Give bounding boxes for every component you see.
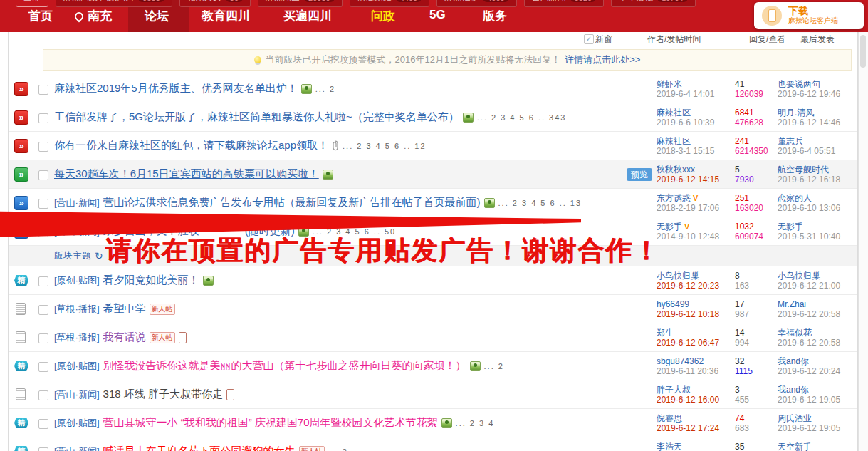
thread-checkbox[interactable] <box>38 390 48 400</box>
thread-category-tag[interactable]: [原创·贴图] <box>54 360 100 373</box>
scrollbar[interactable] <box>858 32 868 451</box>
download-app-card[interactable]: 下载 麻辣论坛客户端 <box>754 2 864 29</box>
thread-title-link[interactable]: 营山论坛供求信息免费广告发布专用帖（最新回复及新广告排在帖子首页最前面) <box>103 196 481 209</box>
pagination-links[interactable]: ... 2 3 4 5 6 .. 343 <box>477 113 567 122</box>
thread-checkbox[interactable] <box>38 199 48 209</box>
refresh-icon[interactable] <box>95 250 103 261</box>
pagination-links[interactable]: ... 2 <box>315 85 335 93</box>
column-header-replies[interactable]: 回复/查看 <box>749 33 785 46</box>
pagination-links[interactable]: ... 2 3 4 <box>456 419 495 427</box>
notice-link[interactable]: 详情请点击此处>> <box>565 53 640 66</box>
reply-count: 35 <box>735 442 744 451</box>
scrollbar-thumb[interactable] <box>860 35 866 68</box>
author-link[interactable]: 李浩天 <box>657 442 682 451</box>
nav-item[interactable]: 教育四川 <box>202 8 250 24</box>
thread-category-tag[interactable]: [原创·贴图] <box>54 274 100 287</box>
thread-title-link[interactable]: 看夕阳竟如此美丽！ <box>103 274 199 287</box>
nav-item[interactable]: 首页 <box>28 8 53 24</box>
category-chip[interactable]: 全部 <box>16 0 48 7</box>
thread-checkbox[interactable] <box>38 170 48 180</box>
thread-title-link[interactable]: 你有一份来自麻辣社区的红包，请下载麻辣论坛app领取！ <box>54 139 328 152</box>
thread-category-tag[interactable]: [草根·播报] <box>54 331 100 344</box>
author-link[interactable]: 倪睿思 <box>657 413 682 423</box>
thread-status-icon: 精 <box>14 275 28 286</box>
thread-checkbox[interactable] <box>38 362 48 372</box>
thread-checkbox[interactable] <box>38 333 48 343</box>
thread-checkbox[interactable] <box>38 142 48 152</box>
last-poster-link[interactable]: 我and你 <box>778 356 809 366</box>
category-chip-label: 麻辣他乡 <box>444 0 479 4</box>
thread-category-tag[interactable]: [营山·新闻] <box>54 197 100 209</box>
category-chip[interactable]: 麻辣他乡 4000 <box>436 0 516 7</box>
thread-checkbox[interactable] <box>38 305 48 315</box>
thread-category-tag[interactable]: [草根·播报] <box>54 303 100 316</box>
last-poster-link[interactable]: 幸福似花 <box>778 328 812 338</box>
last-poster-link[interactable]: 明月.清风 <box>778 108 814 118</box>
thread-category-tag[interactable]: [营山·新闻] <box>54 388 100 401</box>
newbie-badge: 新人帖 <box>150 332 175 343</box>
column-header-lastpost[interactable]: 最后发表 <box>800 33 835 46</box>
nav-item[interactable]: 南充 <box>75 8 112 24</box>
category-chip[interactable]: 单车播报 10704 <box>611 0 696 7</box>
pagination-links[interactable]: ... 2 3 4 5 6 .. 13 <box>498 199 582 207</box>
author-link[interactable]: 胖子大叔 <box>657 385 691 395</box>
thread-checkbox[interactable] <box>38 85 48 95</box>
thread-checkbox[interactable] <box>38 419 48 429</box>
category-chip-label: 单车播报 <box>619 0 653 4</box>
preview-button[interactable]: 预览 <box>627 168 652 181</box>
thread-title-link[interactable]: 别怪我没告诉你这就是美丽的大营山（第十七步曲之盛开向日葵的向家坝！） <box>103 359 466 373</box>
author-link[interactable]: 小鸟快归巢 <box>657 271 699 281</box>
thread-title-link[interactable]: 工信部发牌了，5G论坛开版了，麻辣社区简单粗暴送你大礼啦~（完整中奖名单公布） <box>54 110 459 124</box>
last-poster-link[interactable]: 我and你 <box>778 385 809 395</box>
category-chip[interactable]: 情感家庭 4400 <box>350 0 429 7</box>
last-poster-link[interactable]: 周氏酒业 <box>778 413 812 423</box>
last-poster-link[interactable]: 天空新手 <box>778 442 812 451</box>
thread-title-link[interactable]: 我有话说 <box>103 331 146 344</box>
author-link[interactable]: 鲜虾米 <box>657 79 682 89</box>
author-link[interactable]: 麻辣社区 <box>657 108 691 118</box>
new-window-checkbox[interactable] <box>584 33 594 44</box>
column-header-author[interactable]: 作者/发帖时间 <box>647 33 701 46</box>
thread-title-link[interactable]: 希望中学 <box>103 302 146 316</box>
category-chip[interactable]: 麻辣知图 20050 <box>258 0 343 7</box>
nav-item-label: 5G <box>429 8 446 22</box>
pagination-links[interactable]: ... 2 <box>328 447 348 451</box>
view-count: 163020 <box>735 203 763 213</box>
nav-item[interactable]: 买遍四川 <box>283 8 332 24</box>
category-chip[interactable]: 自由新闻 5520 <box>524 0 604 7</box>
thread-row: 精 工信部发牌了，5G论坛开版了，麻辣社区简单粗暴送你大礼啦~（完整中奖名单公布… <box>9 103 857 132</box>
author-link[interactable]: sbgu874362 <box>657 356 704 366</box>
author-link[interactable]: 郑生 <box>657 328 674 338</box>
last-poster-link[interactable]: 董志兵 <box>778 136 803 146</box>
category-chip[interactable]: 麻辣问政 问政四川 9555 <box>56 0 172 7</box>
thread-checkbox[interactable] <box>38 447 48 451</box>
last-poster-link[interactable]: 无影手 <box>778 222 803 232</box>
nav-item[interactable]: 论坛 <box>145 8 169 24</box>
author-link[interactable]: 麻辣社区 <box>657 136 691 146</box>
author-link[interactable]: 秋秋秋xxx <box>657 165 695 175</box>
pagination-links[interactable]: ... 2 <box>484 362 504 370</box>
thread-title-link[interactable]: 营山县城守一小 “我和我的祖国” 庆祝建国70周年暨校园文化艺术节花絮 <box>103 416 438 430</box>
author-link[interactable]: hy66499 <box>657 299 689 309</box>
thread-checkbox[interactable] <box>38 113 48 123</box>
last-poster-link[interactable]: 也要说两句 <box>778 79 820 89</box>
thread-title-link[interactable]: 318 环线 胖子大叔带你走 <box>103 388 223 401</box>
last-poster-link[interactable]: 航空母舰时代 <box>778 165 829 175</box>
last-poster-link[interactable]: Mr.Zhai <box>778 299 806 309</box>
category-chip[interactable]: 相亲男女 50 <box>179 0 251 7</box>
thread-title-link[interactable]: 麻辣社区2019年5月优秀版主、优秀网友名单出炉！ <box>54 82 298 95</box>
nav-item[interactable]: 版务 <box>483 8 507 24</box>
last-poster-link[interactable]: 恋家的人 <box>778 193 812 203</box>
thread-title-link[interactable]: 每天30趟车次！6月15日宜宾西站的高铁票可以购买啦！ <box>54 167 319 181</box>
last-post-date: 2019-6-12 19:46 <box>778 89 840 99</box>
thread-category-tag[interactable]: [原创·贴图] <box>54 417 100 430</box>
nav-item[interactable]: 5G <box>429 8 446 22</box>
pagination-links[interactable]: ... 2 3 4 5 6 .. 12 <box>343 142 427 150</box>
thread-title-link[interactable]: 喊话早上在天府名苑下面公园遛狗的女生 <box>103 445 296 451</box>
thread-category-tag[interactable]: [营山·新闻] <box>54 445 100 451</box>
nav-item[interactable]: 问政 <box>371 8 395 24</box>
last-poster-link[interactable]: 小鸟快归巢 <box>778 271 820 281</box>
author-link[interactable]: 东方诱惑 <box>657 193 691 203</box>
author-link[interactable]: 无影手 <box>657 222 682 232</box>
thread-checkbox[interactable] <box>38 276 48 286</box>
